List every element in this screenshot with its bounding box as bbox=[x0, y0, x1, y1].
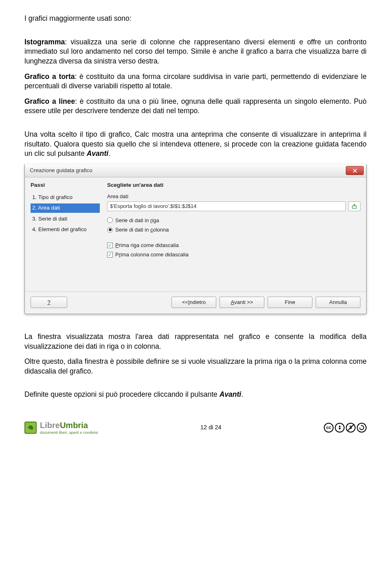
area-dati-label: Area dati bbox=[107, 193, 360, 200]
radio-icon bbox=[107, 217, 113, 223]
by-icon bbox=[335, 423, 345, 433]
close-icon bbox=[353, 168, 357, 173]
checkbox-icon bbox=[107, 243, 113, 248]
logo-text: LibreUmbria bbox=[40, 420, 98, 431]
nc-icon: $ bbox=[346, 423, 356, 433]
logo: LibreUmbria documenti liberi, aperti e c… bbox=[24, 420, 98, 435]
radio-icon bbox=[107, 227, 113, 233]
dialog-title: Creazione guidata grafico bbox=[30, 167, 92, 174]
checkbox-icon bbox=[107, 252, 113, 258]
step-2[interactable]: 2. Area dati bbox=[31, 203, 100, 212]
svg-point-1 bbox=[339, 426, 340, 427]
logo-subtitle: documenti liberi, aperti e condivisi bbox=[40, 430, 98, 435]
finish-button[interactable]: Fine bbox=[268, 297, 312, 308]
torta-body: : è costituito da una forma circolare su… bbox=[24, 72, 367, 90]
sa-icon bbox=[357, 423, 367, 433]
preview-para: Una volta scelto il tipo di grafico, Cal… bbox=[24, 130, 367, 159]
linee-para: Grafico a linee: è costituito da una o p… bbox=[24, 97, 367, 116]
checkbox-prima-riga-label: Prima riga come didascalia bbox=[115, 242, 179, 249]
shrink-icon bbox=[351, 203, 357, 209]
preview-body-c: . bbox=[108, 149, 110, 157]
license-badges: cc $ bbox=[324, 423, 367, 433]
svg-line-2 bbox=[347, 424, 354, 431]
svg-rect-0 bbox=[352, 206, 356, 208]
preview-body-a: Una volta scelto il tipo di grafico, Cal… bbox=[24, 130, 367, 157]
final-body-c: . bbox=[241, 390, 243, 398]
radio-colonna-row[interactable]: Serie di dati in colonna bbox=[107, 226, 360, 234]
help-button[interactable]: ? bbox=[31, 297, 67, 308]
istogramma-label: Istogramma bbox=[24, 38, 65, 46]
checkbox-prima-riga-row[interactable]: Prima riga come didascalia bbox=[107, 242, 360, 249]
final-body-a: Definite queste opzioni si può procedere… bbox=[24, 390, 220, 398]
checkbox-prima-colonna-row[interactable]: Prima colonna come didascalia bbox=[107, 251, 360, 258]
cancel-button[interactable]: Annulla bbox=[316, 297, 360, 308]
back-button[interactable]: << Indietro bbox=[171, 297, 216, 308]
close-button[interactable] bbox=[346, 166, 364, 175]
steps-title: Passi bbox=[31, 181, 100, 189]
intro-text: I grafici maggiormente usati sono: bbox=[24, 14, 367, 24]
logo-icon bbox=[24, 422, 37, 434]
radio-riga-row[interactable]: Serie di dati in riga bbox=[107, 217, 360, 224]
radio-colonna-label: Serie di dati in colonna bbox=[115, 226, 169, 234]
dialog-footer: ? << Indietro Avanti >> Fine Annulla bbox=[25, 291, 366, 314]
final-avanti: Avanti bbox=[220, 390, 241, 398]
step-1[interactable]: 1. Tipo di grafico bbox=[31, 193, 100, 202]
radio-riga-label: Serie di dati in riga bbox=[115, 217, 159, 224]
after-dialog-para1: La finestra visualizzata mostra l'area d… bbox=[24, 332, 367, 351]
istogramma-body: : visualizza una serie di colonne che ra… bbox=[24, 38, 367, 65]
page-number: 12 di 24 bbox=[200, 424, 222, 432]
steps-column: Passi 1. Tipo di grafico 2. Area dati 3.… bbox=[31, 181, 100, 287]
preview-avanti: Avanti bbox=[87, 149, 108, 157]
linee-body: : è costituito da una o più linee, ognun… bbox=[24, 97, 367, 115]
step-4[interactable]: 4. Elementi del grafico bbox=[31, 225, 100, 234]
cc-icon: cc bbox=[324, 423, 334, 433]
final-para: Definite queste opzioni si può procedere… bbox=[24, 390, 367, 400]
torta-para: Grafico a torta: è costituito da una for… bbox=[24, 72, 367, 91]
page-footer: LibreUmbria documenti liberi, aperti e c… bbox=[24, 420, 367, 435]
main-title: Scegliete un'area dati bbox=[107, 181, 360, 189]
wizard-dialog: Creazione guidata grafico Passi 1. Tipo … bbox=[24, 164, 367, 314]
after-dialog-para2: Oltre questo, dalla finestra è possibile… bbox=[24, 357, 367, 376]
linee-label: Grafico a linee bbox=[24, 97, 75, 105]
checkbox-prima-colonna-label: Prima colonna come didascalia bbox=[115, 251, 189, 258]
dialog-titlebar: Creazione guidata grafico bbox=[25, 164, 366, 177]
step-3[interactable]: 3. Serie di dati bbox=[31, 214, 100, 223]
main-column: Scegliete un'area dati Area dati Serie d… bbox=[107, 181, 360, 287]
istogramma-para: Istogramma: visualizza una serie di colo… bbox=[24, 37, 367, 66]
next-button[interactable]: Avanti >> bbox=[220, 297, 264, 308]
area-dati-input[interactable] bbox=[107, 201, 346, 211]
range-picker-button[interactable] bbox=[348, 201, 360, 211]
torta-label: Grafico a torta bbox=[24, 72, 75, 81]
